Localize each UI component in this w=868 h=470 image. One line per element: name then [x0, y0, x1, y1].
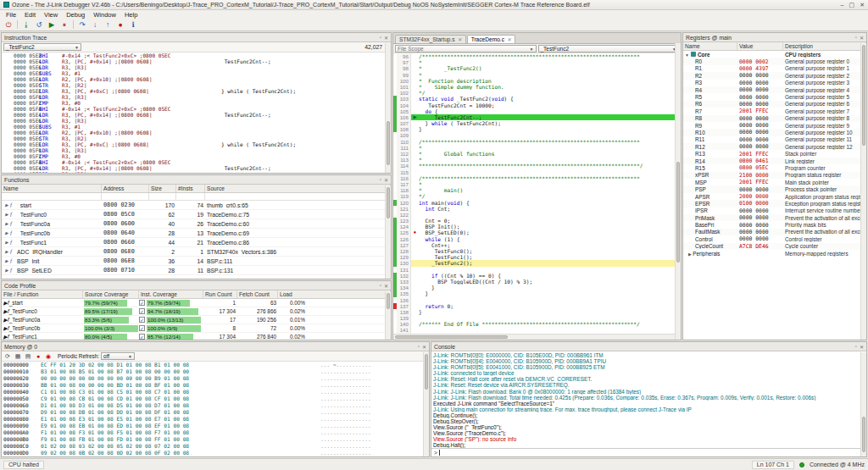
code-line[interactable]: 126 while (1) {	[393, 236, 681, 242]
register-row[interactable]: FaultMask0000 0000Prevent the activation…	[683, 229, 866, 235]
panel-titlebar[interactable]: Functions ▫✕	[2, 175, 391, 185]
register-row[interactable]: R20000 0000General purpose register 2	[683, 72, 866, 79]
step-into-icon[interactable]: ↓	[89, 19, 101, 30]
menu-help[interactable]: Help	[120, 11, 142, 19]
close-icon[interactable]: ✕	[384, 283, 388, 289]
register-row[interactable]: R132001 FFECStack pointer	[683, 150, 866, 157]
code-line[interactable]: 122	[393, 212, 681, 218]
expander-icon[interactable]: ▶	[3, 230, 10, 235]
register-row[interactable]: R90000 0000General purpose register 9	[683, 122, 866, 129]
code-line[interactable]: 103static void _TestFunc2(void) {	[393, 96, 681, 102]
float-icon[interactable]: ▫	[418, 344, 420, 350]
column-header[interactable]: Value	[737, 42, 783, 50]
trace-row[interactable]: 0000 05E6LDRR3, [R3]	[2, 64, 391, 70]
export-icon[interactable]: ▤	[24, 352, 32, 360]
code-line[interactable]: 111*	[393, 145, 681, 151]
code-line[interactable]: 140/****** End Of File *****************…	[393, 321, 681, 327]
breakpoint-icon[interactable]: ●	[414, 229, 416, 235]
profile-row[interactable]: ▶f_TestFunc0a 83.3% (5/6) ✓100.0% (13/13…	[2, 316, 391, 324]
register-row[interactable]: R10000 4397General purpose register 1	[683, 65, 866, 72]
maximize-icon[interactable]: ▢	[849, 2, 855, 8]
trace-row[interactable]: 0000 05EALDRR2, [PC, #+0x10] ;[0800 0608…	[2, 76, 391, 82]
trace-row[interactable]: 0000 05EALDRR2, [PC, #+0x10] ;[0800 0608…	[2, 130, 391, 135]
function-row[interactable]: ▶fBSP_Init 0800 06E8 36 14 BSP.c:111	[2, 257, 391, 266]
filter-input[interactable]	[205, 193, 391, 200]
trace-row[interactable]: 0000 05E2BHI#-0x14 ;<_TestFunc2+0xC> ;08…	[2, 53, 391, 58]
profile-row[interactable]: ▶f_TestFunc0 89.5% (17/19) ✓94.7% (18/19…	[2, 307, 391, 316]
code-line[interactable]: 101* Simple dummy function.	[393, 84, 681, 90]
close-icon[interactable]: ✕	[507, 36, 511, 42]
scrollbar[interactable]	[385, 185, 391, 279]
code-line[interactable]: 130 _TestFunc2();	[393, 260, 681, 266]
code-line[interactable]: 134 }	[393, 285, 681, 290]
minimize-icon[interactable]: –	[841, 2, 844, 8]
panel-titlebar[interactable]: Code Profile ▫✕	[2, 281, 391, 290]
trace-row[interactable]: 0000 05E4LDRR3, [PC, #+0x14] ;[0800 0608…	[2, 58, 391, 64]
register-row[interactable]: R40000 0000General purpose register 4	[683, 86, 866, 93]
checkbox-icon[interactable]: ✓	[139, 317, 145, 323]
power-icon[interactable]: ⏻	[3, 19, 14, 30]
float-icon[interactable]: ▫	[380, 283, 381, 289]
resume-icon[interactable]: ▶	[46, 19, 58, 30]
checkbox-icon[interactable]: ✓	[139, 325, 145, 331]
trace-row[interactable]: 0000 05F2CMPR3, #0	[2, 100, 391, 106]
menu-debug[interactable]: Debug	[62, 11, 89, 19]
trace-row[interactable]: 0000 05F0LDRR3, [R3]	[2, 94, 391, 100]
close-icon[interactable]: ✕	[860, 2, 865, 8]
trace-row[interactable]: 0000 05FABHI#-0x14 ;<_TestFunc2+0xC> ;08…	[2, 106, 391, 112]
memory-dump[interactable]: 00000000EC FF 01 20 3D 02 00 08 D1 01 00…	[2, 362, 429, 456]
code-line[interactable]: 104 _TestFunc2Cnt = 10000;	[393, 102, 681, 108]
column-header[interactable]: Size	[149, 185, 176, 192]
breakpoint-icon[interactable]: ●	[114, 19, 126, 30]
function-row[interactable]: ▶fBSP_SetLED 0800 0710 28 11 BSP.c:131	[2, 266, 391, 275]
code-line[interactable]: 112* Global functions	[393, 151, 681, 157]
trace-row[interactable]: 0000 05E8SUBSR3, #1	[2, 70, 391, 76]
code-line[interactable]: 137 return 0;	[393, 303, 681, 309]
memory-row[interactable]: 00000050C9 01 00 08 CB 01 00 08 CD 01 00…	[2, 395, 429, 402]
expander-icon[interactable]: ▶	[688, 252, 693, 257]
scrollbar[interactable]	[860, 352, 866, 456]
expander-icon[interactable]: ▶	[3, 221, 10, 226]
register-row[interactable]: R100000 0000General purpose register 10	[683, 129, 866, 135]
trace-scope-select[interactable]: _TestFunc2 ▼	[3, 43, 81, 51]
function-scope-select[interactable]: _TestFunc2 ▼	[538, 45, 680, 53]
float-icon[interactable]: ▫	[380, 177, 381, 183]
menu-view[interactable]: View	[40, 11, 62, 19]
menu-edit[interactable]: Edit	[20, 11, 40, 19]
expander-icon[interactable]: ▶	[3, 240, 10, 245]
refresh-select[interactable]: off ▼	[101, 352, 135, 360]
trace-row[interactable]: 0000 05F0LDRR3, [R3]	[2, 147, 391, 153]
code-line[interactable]: 123 Cnt = 0;	[393, 218, 681, 224]
trace-row[interactable]: 0000 05EELDRR3, [PC, #+0xC] ;[0800 0608]…	[2, 141, 391, 147]
code-line[interactable]: 106▶ _TestFunc2Cnt--;	[393, 114, 681, 120]
trace-row[interactable]: 0000 05EELDRR3, [PC, #+0xC] ;[0800 0608]…	[2, 88, 391, 94]
filter-input[interactable]	[176, 193, 205, 200]
expander-icon[interactable]: ▶	[3, 212, 10, 217]
code-line[interactable]: 108}	[393, 126, 681, 132]
code-line[interactable]: 99*	[393, 72, 681, 78]
checkbox-icon[interactable]: ✓	[139, 300, 145, 306]
column-header[interactable]: Description	[783, 42, 866, 50]
memory-row[interactable]: 000000C001 02 00 08 03 02 00 08 05 02 00…	[2, 443, 429, 450]
column-header[interactable]: #Insts	[176, 185, 205, 192]
step-over-icon[interactable]: ↷	[76, 19, 88, 30]
trace-row[interactable]: 0000 05E4LDRR3, [PC, #+0x14] ;[0800 0608…	[2, 112, 391, 118]
register-row[interactable]: PSP0000 0000Process stack pointer	[683, 185, 866, 192]
trace-row[interactable]: 0000 05E8SUBSR3, #1	[2, 124, 391, 130]
record-icon[interactable]: ●	[34, 352, 42, 360]
code-line[interactable]: 138}	[393, 309, 681, 315]
code-line[interactable]: 117*	[393, 181, 681, 187]
register-row[interactable]: R140800 0461Link register	[683, 158, 866, 164]
expander-icon[interactable]: ▶	[3, 249, 10, 254]
register-row[interactable]: R60000 0000General purpose register 6	[683, 101, 866, 108]
register-row[interactable]: R150800 05ECProgram counter	[683, 164, 866, 171]
profile-row[interactable]: ▶f_TestFunc0b 100.0% (3/3) ✓100.0% (9/9)…	[2, 324, 391, 333]
checkbox-icon[interactable]: ✓	[139, 308, 145, 314]
memory-row[interactable]: 00000010B3 01 00 08 B5 01 00 08 B7 01 00…	[2, 368, 429, 375]
close-icon[interactable]: ✕	[458, 36, 462, 42]
function-row[interactable]: ▶f_start 0800 0230 170 74 thumb_crt0.s:6…	[2, 201, 391, 210]
trace-row[interactable]: 0000 05E6LDRR3, [R3]	[2, 118, 391, 124]
panel-titlebar[interactable]: Instruction Trace ▫✕	[2, 33, 391, 42]
trace-row[interactable]: 0000 05FABHI#-0x14 ;<_TestFunc2+0xC> ;08…	[2, 159, 391, 165]
function-row[interactable]: ▶f_TestFunc0b 0800 0640 28 13 TraceDemo.…	[2, 229, 391, 238]
